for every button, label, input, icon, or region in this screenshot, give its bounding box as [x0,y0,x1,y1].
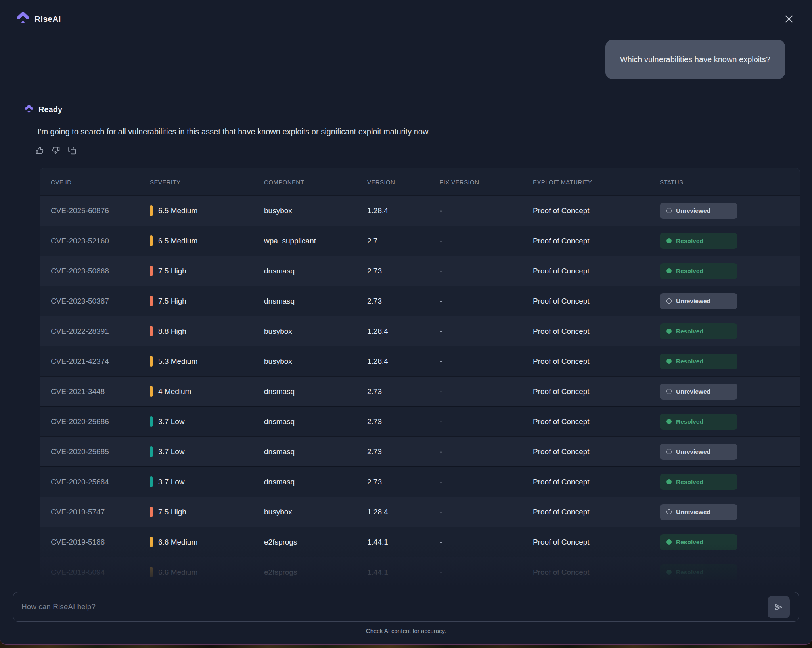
status-badge[interactable]: Resolved [660,323,737,339]
severity-bar [150,416,153,427]
version: 2.7 [367,237,440,245]
severity-label: 6.6 Medium [158,538,197,547]
filled-circle-icon [666,419,672,424]
severity-bar [150,205,153,216]
component: e2fsprogs [264,538,367,547]
table-row[interactable]: CVE-2019-50946.6 Mediume2fsprogs1.44.1-P… [40,557,800,587]
close-button[interactable] [780,10,798,28]
component: dnsmasq [264,478,367,486]
fix-version: - [440,478,533,486]
severity-cell: 6.6 Medium [150,537,264,547]
filled-circle-icon [666,570,672,575]
severity-label: 7.5 High [158,297,186,306]
severity-bar [150,356,153,367]
table-row[interactable]: CVE-2021-423745.3 Mediumbusybox1.28.4-Pr… [40,346,800,376]
status-cell: Resolved [660,474,800,490]
filled-circle-icon [666,329,672,334]
exploit-maturity: Proof of Concept [533,508,660,516]
exploit-maturity: Proof of Concept [533,447,660,456]
exploit-maturity: Proof of Concept [533,357,660,366]
fix-version: - [440,297,533,306]
status-badge[interactable]: Unreviewed [660,444,737,460]
version: 1.44.1 [367,568,440,577]
fix-version: - [440,327,533,336]
table-row[interactable]: CVE-2020-256853.7 Lowdnsmasq2.73-Proof o… [40,436,800,466]
table-row[interactable]: CVE-2022-283918.8 Highbusybox1.28.4-Proo… [40,316,800,346]
status-badge[interactable]: Resolved [660,534,737,550]
send-button[interactable] [768,596,790,618]
severity-cell: 6.6 Medium [150,567,264,577]
severity-cell: 3.7 Low [150,416,264,427]
severity-label: 7.5 High [158,508,186,516]
component: busybox [264,206,367,215]
status-badge[interactable]: Unreviewed [660,504,737,520]
fix-version: - [440,357,533,366]
status-badge[interactable]: Resolved [660,354,737,369]
table-row[interactable]: CVE-2023-503877.5 Highdnsmasq2.73-Proof … [40,286,800,316]
thumbs-down-button[interactable] [50,145,61,156]
table-row[interactable]: CVE-2019-51886.6 Mediume2fsprogs1.44.1-P… [40,527,800,557]
severity-bar [150,507,153,517]
severity-cell: 3.7 Low [150,476,264,487]
table-row[interactable]: CVE-2025-608766.5 Mediumbusybox1.28.4-Pr… [40,195,800,226]
version: 2.73 [367,297,440,306]
severity-cell: 6.5 Medium [150,205,264,216]
status-badge[interactable]: Unreviewed [660,384,737,400]
version: 1.28.4 [367,508,440,516]
thumbs-up-button[interactable] [34,145,45,156]
status-badge[interactable]: Resolved [660,414,737,430]
version: 2.73 [367,267,440,275]
status-badge[interactable]: Resolved [660,474,737,490]
table-row[interactable]: CVE-2023-521606.5 Mediumwpa_supplicant2.… [40,226,800,256]
status-badge[interactable]: Resolved [660,564,737,580]
status-cell: Unreviewed [660,293,800,309]
cve-id: CVE-2019-5094 [51,568,150,577]
cve-id: CVE-2019-5188 [51,538,150,547]
severity-label: 6.5 Medium [158,237,197,245]
component: dnsmasq [264,297,367,306]
severity-cell: 7.5 High [150,507,264,517]
riseai-logo-icon [17,11,29,27]
status-badge[interactable]: Resolved [660,263,737,279]
severity-bar [150,537,153,547]
status-badge[interactable]: Unreviewed [660,203,737,219]
table-row[interactable]: CVE-2019-57477.5 Highbusybox1.28.4-Proof… [40,497,800,527]
disclaimer: Check AI content for accuracy. [0,627,812,634]
status-cell: Resolved [660,534,800,550]
fix-version: - [440,508,533,516]
filled-circle-icon [666,268,672,273]
column-header: SEVERITY [150,179,264,185]
severity-cell: 7.5 High [150,296,264,306]
exploit-maturity: Proof of Concept [533,538,660,547]
version: 2.73 [367,447,440,456]
cve-id: CVE-2021-42374 [51,357,150,366]
empty-circle-icon [666,509,672,514]
exploit-maturity: Proof of Concept [533,327,660,336]
fix-version: - [440,237,533,245]
table-row[interactable]: CVE-2023-508687.5 Highdnsmasq2.73-Proof … [40,256,800,286]
table-row[interactable]: CVE-2020-256863.7 Lowdnsmasq2.73-Proof o… [40,406,800,436]
severity-label: 6.5 Medium [158,206,197,215]
status-badge[interactable]: Unreviewed [660,293,737,309]
status-label: Unreviewed [676,207,710,214]
status-badge[interactable]: Resolved [660,233,737,249]
severity-cell: 4 Medium [150,386,264,397]
table-row[interactable]: CVE-2021-34484 Mediumdnsmasq2.73-Proof o… [40,376,800,406]
empty-circle-icon [666,449,672,454]
version: 2.73 [367,478,440,486]
column-header: EXPLOIT MATURITY [533,179,660,185]
status-label: Resolved [676,539,703,546]
severity-cell: 7.5 High [150,266,264,276]
cve-id: CVE-2025-60876 [51,206,150,215]
chat-input[interactable] [13,592,799,621]
status-label: Resolved [676,328,703,335]
exploit-maturity: Proof of Concept [533,297,660,306]
table-header-row: CVE IDSEVERITYCOMPONENTVERSIONFIX VERSIO… [40,168,800,195]
severity-bar [150,266,153,276]
fix-version: - [440,387,533,396]
severity-label: 8.8 High [158,327,186,336]
version: 1.28.4 [367,357,440,366]
close-icon [784,14,794,24]
copy-button[interactable] [67,145,78,156]
table-row[interactable]: CVE-2020-256843.7 Lowdnsmasq2.73-Proof o… [40,466,800,497]
